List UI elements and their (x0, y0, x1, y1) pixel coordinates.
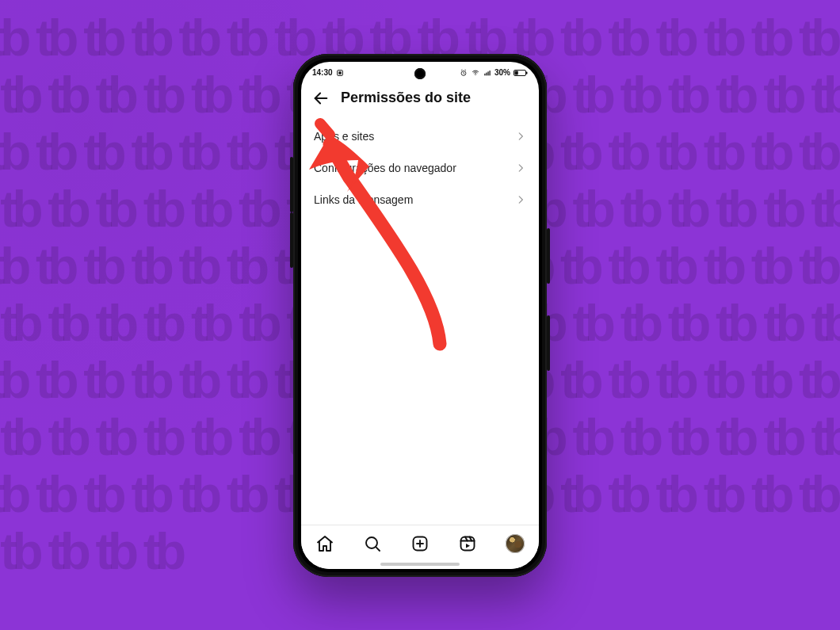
wifi-icon (471, 69, 480, 77)
phone-frame: 14:30 30% (293, 54, 547, 577)
reels-icon (458, 534, 477, 553)
status-battery-text: 30% (494, 68, 510, 77)
svg-rect-10 (515, 71, 518, 74)
svg-rect-1 (338, 71, 341, 74)
nav-home[interactable] (314, 533, 336, 555)
phone-screen: 14:30 30% (301, 62, 539, 569)
plus-square-icon (410, 534, 430, 553)
arrow-left-icon (312, 90, 330, 107)
status-time: 14:30 (312, 68, 333, 77)
menu-item-label: Configurações do navegador (314, 162, 456, 174)
nav-create[interactable] (409, 533, 431, 555)
battery-icon (514, 69, 528, 77)
chevron-right-icon (515, 194, 526, 205)
chevron-right-icon (515, 162, 526, 174)
nav-profile[interactable] (504, 533, 526, 555)
profile-avatar-icon (506, 534, 525, 553)
search-icon (363, 534, 382, 553)
menu-item-label: Apps e sites (314, 130, 374, 143)
home-icon (315, 534, 334, 553)
gesture-bar (380, 563, 460, 566)
nav-reels[interactable] (456, 533, 479, 555)
page-title: Permissões do site (341, 90, 471, 106)
menu-item-browser-settings[interactable]: Configurações do navegador (301, 152, 539, 184)
nav-search[interactable] (361, 533, 384, 555)
signal-icon (483, 69, 491, 77)
menu-item-apps-sites[interactable]: Apps e sites (301, 120, 539, 152)
menu-item-label: Links da mensagem (314, 193, 413, 206)
svg-rect-4 (484, 73, 485, 74)
svg-rect-9 (526, 71, 528, 74)
alarm-icon (460, 69, 468, 77)
settings-list: Apps e sites Configurações do navegador … (301, 116, 539, 216)
svg-rect-6 (487, 71, 488, 75)
svg-rect-17 (461, 537, 475, 551)
bottom-nav (301, 525, 539, 569)
chevron-right-icon (515, 131, 526, 142)
page-header: Permissões do site (301, 81, 539, 116)
svg-line-13 (376, 547, 380, 551)
back-button[interactable] (312, 90, 330, 107)
svg-rect-7 (489, 71, 490, 75)
screenshot-indicator-icon (336, 69, 344, 77)
menu-item-message-links[interactable]: Links da mensagem (301, 184, 539, 216)
svg-rect-5 (486, 72, 487, 75)
front-camera (414, 68, 426, 79)
svg-point-3 (475, 74, 475, 74)
